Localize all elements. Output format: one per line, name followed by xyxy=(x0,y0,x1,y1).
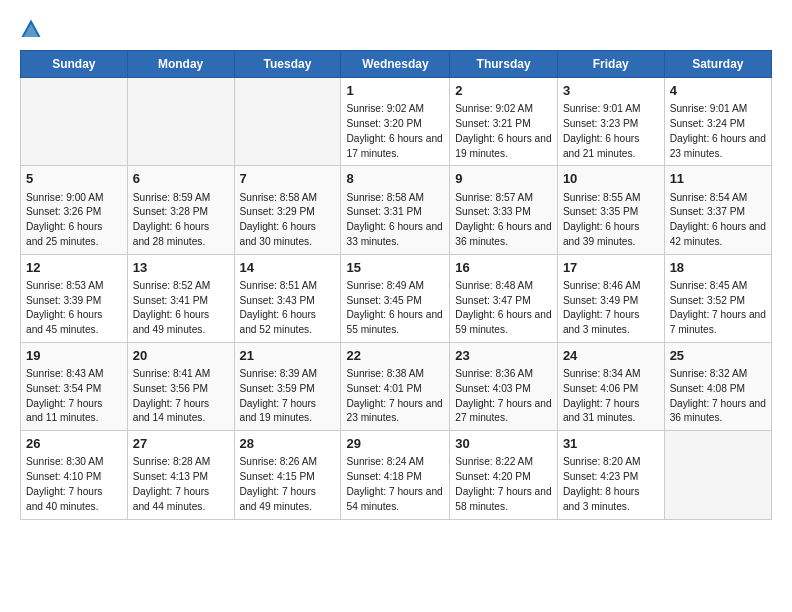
day-info: Sunrise: 8:24 AM Sunset: 4:18 PM Dayligh… xyxy=(346,455,444,514)
weekday-header-friday: Friday xyxy=(557,51,664,78)
calendar-cell: 19Sunrise: 8:43 AM Sunset: 3:54 PM Dayli… xyxy=(21,342,128,430)
calendar-cell: 12Sunrise: 8:53 AM Sunset: 3:39 PM Dayli… xyxy=(21,254,128,342)
calendar-cell: 31Sunrise: 8:20 AM Sunset: 4:23 PM Dayli… xyxy=(557,431,664,519)
day-info: Sunrise: 8:41 AM Sunset: 3:56 PM Dayligh… xyxy=(133,367,229,426)
calendar-cell xyxy=(127,78,234,166)
day-info: Sunrise: 8:58 AM Sunset: 3:29 PM Dayligh… xyxy=(240,191,336,250)
day-number: 18 xyxy=(670,259,766,277)
day-number: 24 xyxy=(563,347,659,365)
calendar-cell: 25Sunrise: 8:32 AM Sunset: 4:08 PM Dayli… xyxy=(664,342,771,430)
day-info: Sunrise: 9:02 AM Sunset: 3:21 PM Dayligh… xyxy=(455,102,552,161)
calendar-cell: 22Sunrise: 8:38 AM Sunset: 4:01 PM Dayli… xyxy=(341,342,450,430)
day-info: Sunrise: 8:20 AM Sunset: 4:23 PM Dayligh… xyxy=(563,455,659,514)
day-number: 30 xyxy=(455,435,552,453)
day-number: 10 xyxy=(563,170,659,188)
calendar-cell: 30Sunrise: 8:22 AM Sunset: 4:20 PM Dayli… xyxy=(450,431,558,519)
calendar-cell: 24Sunrise: 8:34 AM Sunset: 4:06 PM Dayli… xyxy=(557,342,664,430)
day-number: 25 xyxy=(670,347,766,365)
day-info: Sunrise: 9:02 AM Sunset: 3:20 PM Dayligh… xyxy=(346,102,444,161)
day-info: Sunrise: 8:52 AM Sunset: 3:41 PM Dayligh… xyxy=(133,279,229,338)
day-number: 16 xyxy=(455,259,552,277)
header xyxy=(20,18,772,40)
calendar-cell xyxy=(21,78,128,166)
day-info: Sunrise: 8:57 AM Sunset: 3:33 PM Dayligh… xyxy=(455,191,552,250)
day-number: 19 xyxy=(26,347,122,365)
week-row-4: 19Sunrise: 8:43 AM Sunset: 3:54 PM Dayli… xyxy=(21,342,772,430)
day-number: 5 xyxy=(26,170,122,188)
day-info: Sunrise: 8:36 AM Sunset: 4:03 PM Dayligh… xyxy=(455,367,552,426)
calendar-cell: 26Sunrise: 8:30 AM Sunset: 4:10 PM Dayli… xyxy=(21,431,128,519)
week-row-1: 1Sunrise: 9:02 AM Sunset: 3:20 PM Daylig… xyxy=(21,78,772,166)
day-info: Sunrise: 8:48 AM Sunset: 3:47 PM Dayligh… xyxy=(455,279,552,338)
day-info: Sunrise: 8:51 AM Sunset: 3:43 PM Dayligh… xyxy=(240,279,336,338)
calendar-cell: 27Sunrise: 8:28 AM Sunset: 4:13 PM Dayli… xyxy=(127,431,234,519)
day-info: Sunrise: 8:54 AM Sunset: 3:37 PM Dayligh… xyxy=(670,191,766,250)
calendar-cell: 21Sunrise: 8:39 AM Sunset: 3:59 PM Dayli… xyxy=(234,342,341,430)
calendar-cell: 28Sunrise: 8:26 AM Sunset: 4:15 PM Dayli… xyxy=(234,431,341,519)
calendar-cell: 4Sunrise: 9:01 AM Sunset: 3:24 PM Daylig… xyxy=(664,78,771,166)
day-info: Sunrise: 8:26 AM Sunset: 4:15 PM Dayligh… xyxy=(240,455,336,514)
day-number: 12 xyxy=(26,259,122,277)
weekday-header-saturday: Saturday xyxy=(664,51,771,78)
day-number: 11 xyxy=(670,170,766,188)
day-number: 23 xyxy=(455,347,552,365)
calendar-cell: 9Sunrise: 8:57 AM Sunset: 3:33 PM Daylig… xyxy=(450,166,558,254)
logo-icon xyxy=(20,18,42,40)
calendar-cell: 3Sunrise: 9:01 AM Sunset: 3:23 PM Daylig… xyxy=(557,78,664,166)
day-info: Sunrise: 8:55 AM Sunset: 3:35 PM Dayligh… xyxy=(563,191,659,250)
week-row-5: 26Sunrise: 8:30 AM Sunset: 4:10 PM Dayli… xyxy=(21,431,772,519)
calendar-table: SundayMondayTuesdayWednesdayThursdayFrid… xyxy=(20,50,772,520)
day-number: 20 xyxy=(133,347,229,365)
day-info: Sunrise: 8:49 AM Sunset: 3:45 PM Dayligh… xyxy=(346,279,444,338)
calendar-cell: 17Sunrise: 8:46 AM Sunset: 3:49 PM Dayli… xyxy=(557,254,664,342)
day-number: 14 xyxy=(240,259,336,277)
calendar-cell: 2Sunrise: 9:02 AM Sunset: 3:21 PM Daylig… xyxy=(450,78,558,166)
day-number: 21 xyxy=(240,347,336,365)
weekday-header-row: SundayMondayTuesdayWednesdayThursdayFrid… xyxy=(21,51,772,78)
day-info: Sunrise: 8:46 AM Sunset: 3:49 PM Dayligh… xyxy=(563,279,659,338)
week-row-3: 12Sunrise: 8:53 AM Sunset: 3:39 PM Dayli… xyxy=(21,254,772,342)
calendar-cell: 15Sunrise: 8:49 AM Sunset: 3:45 PM Dayli… xyxy=(341,254,450,342)
day-number: 13 xyxy=(133,259,229,277)
day-number: 15 xyxy=(346,259,444,277)
calendar-cell: 23Sunrise: 8:36 AM Sunset: 4:03 PM Dayli… xyxy=(450,342,558,430)
day-info: Sunrise: 9:01 AM Sunset: 3:23 PM Dayligh… xyxy=(563,102,659,161)
day-info: Sunrise: 8:58 AM Sunset: 3:31 PM Dayligh… xyxy=(346,191,444,250)
calendar-cell: 14Sunrise: 8:51 AM Sunset: 3:43 PM Dayli… xyxy=(234,254,341,342)
calendar-cell: 8Sunrise: 8:58 AM Sunset: 3:31 PM Daylig… xyxy=(341,166,450,254)
logo xyxy=(20,18,46,40)
week-row-2: 5Sunrise: 9:00 AM Sunset: 3:26 PM Daylig… xyxy=(21,166,772,254)
day-number: 1 xyxy=(346,82,444,100)
day-info: Sunrise: 8:34 AM Sunset: 4:06 PM Dayligh… xyxy=(563,367,659,426)
day-info: Sunrise: 8:28 AM Sunset: 4:13 PM Dayligh… xyxy=(133,455,229,514)
weekday-header-tuesday: Tuesday xyxy=(234,51,341,78)
day-info: Sunrise: 8:32 AM Sunset: 4:08 PM Dayligh… xyxy=(670,367,766,426)
weekday-header-monday: Monday xyxy=(127,51,234,78)
weekday-header-thursday: Thursday xyxy=(450,51,558,78)
day-number: 17 xyxy=(563,259,659,277)
calendar-cell xyxy=(664,431,771,519)
day-number: 3 xyxy=(563,82,659,100)
day-info: Sunrise: 8:30 AM Sunset: 4:10 PM Dayligh… xyxy=(26,455,122,514)
day-number: 28 xyxy=(240,435,336,453)
day-number: 6 xyxy=(133,170,229,188)
weekday-header-wednesday: Wednesday xyxy=(341,51,450,78)
day-info: Sunrise: 8:53 AM Sunset: 3:39 PM Dayligh… xyxy=(26,279,122,338)
day-info: Sunrise: 9:00 AM Sunset: 3:26 PM Dayligh… xyxy=(26,191,122,250)
calendar-cell: 11Sunrise: 8:54 AM Sunset: 3:37 PM Dayli… xyxy=(664,166,771,254)
calendar-cell: 7Sunrise: 8:58 AM Sunset: 3:29 PM Daylig… xyxy=(234,166,341,254)
day-number: 9 xyxy=(455,170,552,188)
day-number: 8 xyxy=(346,170,444,188)
day-number: 2 xyxy=(455,82,552,100)
calendar-cell: 10Sunrise: 8:55 AM Sunset: 3:35 PM Dayli… xyxy=(557,166,664,254)
day-info: Sunrise: 8:39 AM Sunset: 3:59 PM Dayligh… xyxy=(240,367,336,426)
day-number: 22 xyxy=(346,347,444,365)
day-number: 27 xyxy=(133,435,229,453)
calendar-cell: 29Sunrise: 8:24 AM Sunset: 4:18 PM Dayli… xyxy=(341,431,450,519)
day-info: Sunrise: 8:59 AM Sunset: 3:28 PM Dayligh… xyxy=(133,191,229,250)
day-info: Sunrise: 8:38 AM Sunset: 4:01 PM Dayligh… xyxy=(346,367,444,426)
calendar-cell: 1Sunrise: 9:02 AM Sunset: 3:20 PM Daylig… xyxy=(341,78,450,166)
day-number: 26 xyxy=(26,435,122,453)
calendar-cell: 6Sunrise: 8:59 AM Sunset: 3:28 PM Daylig… xyxy=(127,166,234,254)
calendar-cell: 13Sunrise: 8:52 AM Sunset: 3:41 PM Dayli… xyxy=(127,254,234,342)
